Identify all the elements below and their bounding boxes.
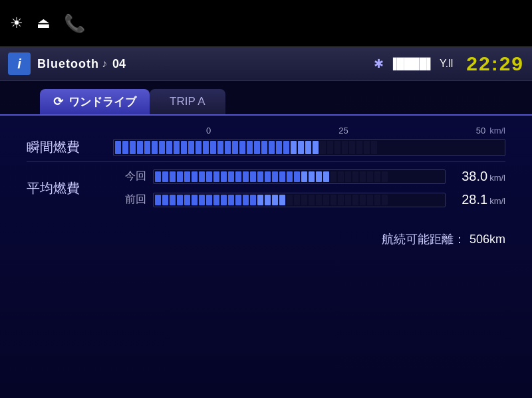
prev-trip-bar: [153, 193, 446, 207]
wondrive-icon: ⟳: [53, 94, 63, 109]
track-number: 04: [112, 57, 126, 71]
main-area: ⟳ ワンドライブ TRIP A 0 25 50 km/l 瞬間燃費 平均燃費: [0, 81, 532, 398]
prev-trip-bar-row: 前回 28.1km/l: [113, 192, 505, 207]
top-bar: ☀ ⏏ 📞: [0, 0, 532, 47]
avg-fuel-bars: 今回 38.0km/l 前回 28.1km/l: [113, 169, 505, 207]
range-label: 航続可能距離：: [382, 231, 466, 247]
current-trip-label: 今回: [113, 169, 146, 183]
bluetooth-status-icon: ✱: [374, 56, 384, 71]
avg-fuel-row: 平均燃費 今回 38.0km/l 前回: [27, 169, 505, 218]
tab-wondrive[interactable]: ⟳ ワンドライブ: [40, 89, 150, 114]
source-label: Bluetooth: [37, 57, 99, 71]
tab-wondrive-label: ワンドライブ: [68, 94, 136, 110]
instant-fuel-label: 瞬間燃費: [27, 138, 113, 156]
scale-25: 25: [338, 126, 348, 136]
instant-fuel-bar: [113, 139, 505, 156]
scale-header: 0 25 50 km/l: [206, 126, 505, 136]
signal-icon: Y.ll: [440, 58, 453, 70]
clock: 22:29: [466, 52, 524, 75]
brightness-icon[interactable]: ☀: [10, 15, 23, 32]
avg-fuel-label: 平均燃費: [27, 179, 113, 197]
scale-0: 0: [206, 126, 211, 136]
battery-icon: ▐████▌: [389, 58, 434, 70]
phone-icon[interactable]: 📞: [64, 13, 85, 34]
current-trip-bar: [153, 169, 446, 184]
status-icons: ✱ ▐████▌ Y.ll: [374, 56, 453, 71]
current-trip-bar-row: 今回 38.0km/l: [113, 169, 505, 184]
current-trip-value: 38.0km/l: [452, 169, 505, 184]
scale-unit: km/l: [489, 126, 505, 136]
scale-50: 50: [476, 126, 485, 136]
instant-fuel-row: 瞬間燃費: [27, 138, 505, 162]
eject-icon[interactable]: ⏏: [37, 15, 51, 32]
tab-trip-a-label: TRIP A: [170, 95, 205, 108]
header-bar: i Bluetooth ♪ 04 ✱ ▐████▌ Y.ll 22:29: [0, 47, 532, 81]
music-icon: ♪: [102, 58, 107, 70]
range-value: 506km: [469, 233, 505, 247]
content-body: 0 25 50 km/l 瞬間燃費 平均燃費 今回: [0, 114, 532, 398]
tab-bar: ⟳ ワンドライブ TRIP A: [0, 81, 532, 114]
range-row: 航続可能距離： 506km: [27, 223, 505, 247]
info-icon: i: [8, 52, 31, 75]
tab-trip-a[interactable]: TRIP A: [150, 89, 225, 114]
prev-trip-value: 28.1km/l: [452, 192, 505, 207]
prev-trip-label: 前回: [113, 193, 146, 207]
